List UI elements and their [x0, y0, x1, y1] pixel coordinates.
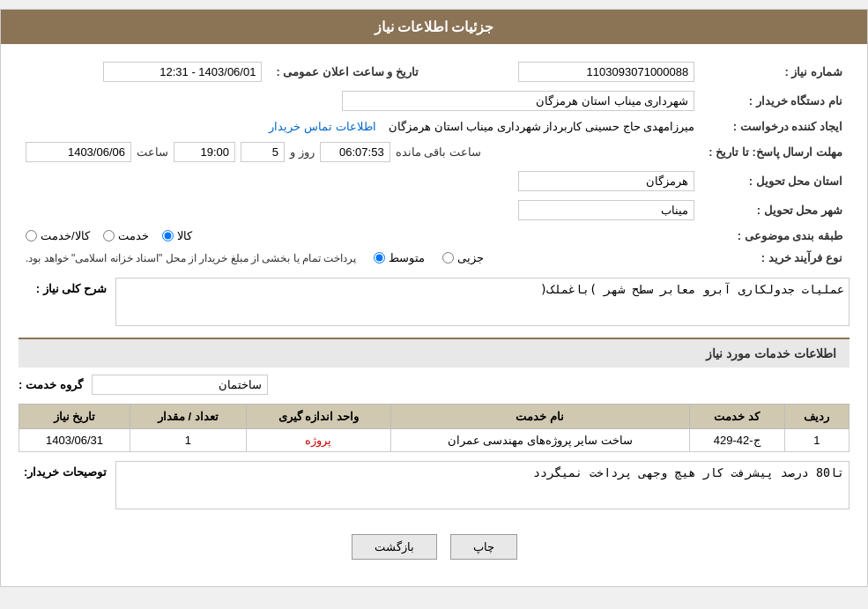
col-nam-khadamat: نام خدمت — [390, 405, 689, 429]
tarikh-input: 1403/06/06 — [26, 142, 131, 162]
motavaset-option[interactable]: متوسط — [374, 251, 425, 264]
ostan-row: استان محل تحویل : هرمزگان — [19, 167, 849, 196]
table-cell-namKhadamat: ساخت سایر پروژه‌های مهندسی عمران — [390, 429, 689, 452]
table-cell-radif: 1 — [784, 429, 849, 452]
saat-baqi-label: ساعت باقی مانده — [396, 145, 481, 159]
page-title: جزئیات اطلاعات نیاز — [375, 19, 494, 34]
jozei-option[interactable]: جزیی — [442, 251, 484, 264]
ijad-konande-value: میرزامهدی حاج حسینی کاربرداز شهرداری مین… — [19, 115, 701, 137]
tosifat-textarea[interactable]: تا80 درصد پیشرفت کار هیچ وجهی پرداخت نمی… — [115, 461, 849, 509]
roz-label: روز و — [290, 145, 315, 159]
tarikh-elam-value: 1403/06/01 - 12:31 — [19, 57, 269, 86]
shahr-label: شهر محل تحویل : — [701, 196, 849, 225]
motavaset-label: متوسط — [389, 251, 425, 264]
groh-khadamat-input: ساختمان — [92, 375, 268, 395]
tabaqe-row: طبقه بندی موضوعی : کالا/خدمت خدمت — [19, 225, 849, 247]
buttons-row: چاپ بازگشت — [19, 521, 849, 573]
table-row: 1ج-42-429ساخت سایر پروژه‌های مهندسی عمرا… — [19, 429, 849, 452]
shahr-row: شهر محل تحویل : میناب — [19, 196, 849, 225]
groh-khadamat-label: گروه خدمت : — [19, 378, 83, 391]
mohlat-label: مهلت ارسال پاسخ: تا تاریخ : — [701, 137, 849, 167]
kala-radio[interactable] — [162, 230, 174, 241]
ostan-label: استان محل تحویل : — [701, 167, 849, 196]
nov-farayand-row: نوع فرآیند خرید : پرداخت تمام یا بخشی از… — [19, 247, 849, 269]
nam-dastgah-label: نام دستگاه خریدار : — [701, 86, 849, 115]
table-cell-vahed: پروژه — [246, 429, 390, 452]
khedmat-radio[interactable] — [103, 230, 115, 241]
content-area: شماره نیاز : 1103093071000088 تاریخ و سا… — [1, 44, 867, 586]
table-cell-kodKhadamat: ج-42-429 — [689, 429, 784, 452]
col-tarikh: تاریخ نیاز — [19, 405, 130, 429]
page-wrapper: جزئیات اطلاعات نیاز شماره نیاز : 1103093… — [0, 9, 868, 587]
roz-input: 5 — [241, 142, 285, 162]
date-time-container: 1403/06/06 ساعت 19:00 5 روز و 06:07:53 س… — [26, 142, 694, 162]
ijad-konande-row: ایجاد کننده درخواست : میرزامهدی حاج حسین… — [19, 115, 849, 137]
services-table-header-row: ردیف کد خدمت نام خدمت واحد اندازه گیری ت… — [19, 405, 849, 429]
col-vahed: واحد اندازه گیری — [246, 405, 390, 429]
kala-khedmat-label: کالا/خدمت — [41, 229, 90, 242]
purchase-type-group: پرداخت تمام یا بخشی از مبلغ خریدار از مح… — [26, 251, 694, 264]
sharh-kolli-section: شرح کلی نیاز : عملیات جدولکاری آبرو معاب… — [19, 278, 849, 329]
col-kod-khadamat: کد خدمت — [689, 405, 784, 429]
saat-label: ساعت — [137, 145, 168, 159]
jozei-radio[interactable] — [442, 252, 454, 264]
shahr-value: میناب — [19, 196, 701, 225]
kala-option[interactable]: کالا — [162, 229, 192, 242]
mohlat-row: مهلت ارسال پاسخ: تا تاریخ : 1403/06/06 س… — [19, 137, 849, 167]
nam-dastgah-input: شهرداری میناب استان هرمزگان — [342, 91, 694, 111]
tosifat-section: توصیحات خریدار: تا80 درصد پیشرفت کار هیچ… — [19, 461, 849, 512]
col-tedad: تعداد / مقدار — [130, 405, 247, 429]
groh-khadamat-row: گروه خدمت : ساختمان — [19, 375, 849, 395]
tarikh-elam-label: تاریخ و ساعت اعلان عمومی : — [269, 57, 425, 86]
khedmat-label: خدمت — [118, 229, 149, 242]
khedmat-option[interactable]: خدمت — [103, 229, 149, 242]
tabaqe-radio-group: کالا/خدمت خدمت کالا — [26, 229, 694, 242]
ettelaat-tamas-link[interactable]: اطلاعات تماس خریدار — [269, 120, 375, 133]
nov-farayand-value: پرداخت تمام یا بخشی از مبلغ خریدار از مح… — [19, 247, 701, 269]
tosifat-label: توصیحات خریدار: — [19, 461, 107, 479]
services-table: ردیف کد خدمت نام خدمت واحد اندازه گیری ت… — [19, 404, 849, 452]
shomare-niaz-input: 1103093071000088 — [518, 62, 694, 82]
shahr-input: میناب — [518, 200, 694, 220]
tarikh-elam-input: 1403/06/01 - 12:31 — [103, 62, 262, 82]
kala-khedmat-option[interactable]: کالا/خدمت — [26, 229, 90, 242]
table-cell-tedad: 1 — [130, 429, 247, 452]
purchase-note: پرداخت تمام یا بخشی از مبلغ خریدار از مح… — [26, 252, 356, 264]
chap-button[interactable]: چاپ — [450, 534, 517, 560]
ijad-konande-text: میرزامهدی حاج حسینی کاربرداز شهرداری مین… — [389, 120, 694, 133]
kala-label: کالا — [177, 229, 192, 242]
mohlat-value: 1403/06/06 ساعت 19:00 5 روز و 06:07:53 س… — [19, 137, 701, 167]
page-header: جزئیات اطلاعات نیاز — [1, 10, 867, 44]
table-cell-tarikh: 1403/06/31 — [19, 429, 130, 452]
tosifat-container: تا80 درصد پیشرفت کار هیچ وجهی پرداخت نمی… — [115, 461, 849, 512]
shomare-niaz-row: شماره نیاز : 1103093071000088 تاریخ و سا… — [19, 57, 849, 86]
tabaqe-value: کالا/خدمت خدمت کالا — [19, 225, 701, 247]
motavaset-radio[interactable] — [374, 252, 385, 264]
sharh-kolli-label: شرح کلی نیاز : — [19, 278, 107, 295]
saat-input: 19:00 — [174, 142, 235, 162]
tabaqe-label: طبقه بندی موضوعی : — [701, 225, 849, 247]
saat-baqi-input: 06:07:53 — [320, 142, 390, 162]
ijad-konande-label: ایجاد کننده درخواست : — [701, 115, 849, 137]
jozei-label: جزیی — [457, 251, 484, 264]
sharh-kolli-container: عملیات جدولکاری آبرو معابر سطح شهر )باغم… — [115, 278, 849, 329]
nam-dastgah-row: نام دستگاه خریدار : شهرداری میناب استان … — [19, 86, 849, 115]
nam-dastgah-value: شهرداری میناب استان هرمزگان — [19, 86, 701, 115]
shomare-niaz-value: 1103093071000088 — [426, 57, 701, 86]
ostan-input: هرمزگان — [518, 171, 694, 191]
shomare-niaz-label: شماره نیاز : — [701, 57, 849, 86]
nov-farayand-label: نوع فرآیند خرید : — [701, 247, 849, 269]
ostan-value: هرمزگان — [19, 167, 701, 196]
ettelaat-khadamat-title: اطلاعات خدمات مورد نیاز — [19, 338, 849, 368]
col-radif: ردیف — [784, 405, 849, 429]
main-form-table: شماره نیاز : 1103093071000088 تاریخ و سا… — [19, 57, 849, 269]
kala-khedmat-radio[interactable] — [26, 230, 37, 241]
sharh-kolli-textarea[interactable]: عملیات جدولکاری آبرو معابر سطح شهر )باغم… — [115, 278, 849, 326]
bazgasht-button[interactable]: بازگشت — [352, 534, 437, 560]
